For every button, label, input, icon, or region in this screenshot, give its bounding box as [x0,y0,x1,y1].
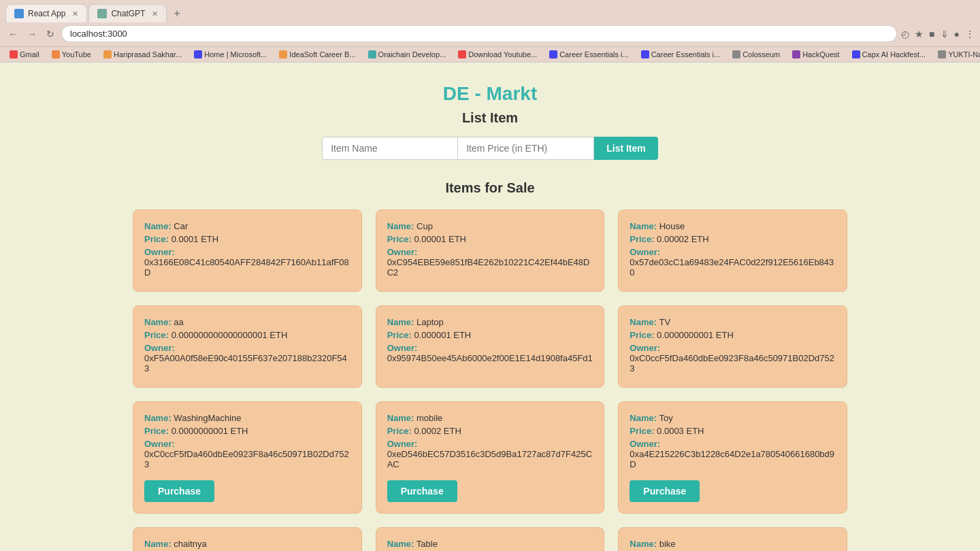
item-name-field: Name: Table [387,539,593,549]
bookmark-career2-label: Career Essentials i... [651,50,720,59]
browser-chrome: React App ✕ ChatGPT ✕ + ← → ↻ localhost:… [0,0,980,63]
bookmark-oraichain[interactable]: Oraichain Develop... [364,49,451,60]
tab-react-close[interactable]: ✕ [72,10,78,18]
item-price-label: Price: [144,234,169,244]
oraichain-favicon [368,50,376,59]
hariprasad-favicon [103,50,112,59]
item-price-label: Price: [630,234,654,244]
item-owner-label: Owner: [630,247,660,257]
item-card: Name: Table Price: 0.00001 ETH Owner:0xa… [376,527,605,551]
item-name-field: Name: Toy [630,413,836,423]
bookmark-capx-label: Capx AI Hackfest... [862,50,926,59]
list-item-form: List Item [14,137,966,160]
item-name-field: Name: TV [630,317,836,327]
bookmark-ideasoft[interactable]: IdeaSoft Career B... [275,49,359,60]
item-name-field: Name: WashingMachine [144,413,350,423]
ideasoft-favicon [279,50,287,59]
react-favicon [14,9,24,18]
reload-button[interactable]: ↻ [44,26,57,42]
bookmark-yukti[interactable]: YUKTI-National In... [934,49,980,60]
bookmark-microsoft[interactable]: Home | Microsoft... [190,49,271,60]
bookmark-download-youtube[interactable]: Download Youtube... [454,49,541,60]
item-name-label: Name: [630,317,657,327]
bookmark-hariprasad[interactable]: Hariprasad Sakhar... [99,49,186,60]
bookmark-colosseum-label: Colosseum [742,50,780,59]
item-price-field: Price: 0.0000000001 ETH [144,426,350,436]
items-grid: Name: Car Price: 0.0001 ETH Owner:0x3166… [133,210,847,551]
bookmark-gmail[interactable]: Gmail [5,49,44,60]
page-content: DE - Markt List Item List Item Items for… [0,63,980,551]
tab-react-label: React App [28,9,65,18]
bookmark-star-icon[interactable]: ★ [915,29,924,39]
item-card: Name: bike Price: 0.0001 ETH Owner:0x791… [618,527,847,551]
item-owner-field: Owner:0x57de03cC1a69483e24FAC0d22f912E56… [630,247,836,278]
menu-icon[interactable]: ⋮ [965,29,975,39]
item-name-field: Name: Car [144,221,350,231]
career2-favicon [641,50,649,59]
app-title: DE - Markt [14,83,966,105]
item-name-label: Name: [144,317,172,327]
bookmark-capx[interactable]: Capx AI Hackfest... [848,49,930,60]
bookmark-download-youtube-label: Download Youtube... [468,50,537,59]
item-name-label: Name: [630,221,657,231]
address-bar[interactable]: localhost:3000 [61,25,897,42]
purchase-button[interactable]: Purchase [387,480,457,502]
item-price-input[interactable] [458,137,594,160]
screen-cast-icon[interactable]: ◴ [901,29,909,39]
item-owner-field: Owner:0xC0ccF5fDa460dbEe0923F8a46c50971B… [144,439,350,469]
item-owner-label: Owner: [387,343,418,353]
item-price-field: Price: 0.0002 ETH [387,426,593,436]
yukti-favicon [938,50,946,59]
profile-icon[interactable]: ● [954,29,960,39]
bookmark-youtube-label: YouTube [62,50,91,59]
tab-chatgpt-close[interactable]: ✕ [152,10,158,18]
bookmark-hackquest-label: HackQuest [802,50,839,59]
item-owner-field: Owner:0x3166E08C41c80540AFF284842F7160Ab… [144,247,350,278]
item-name-label: Name: [387,221,414,231]
bookmarks-bar: Gmail YouTube Hariprasad Sakhar... Home … [0,46,980,62]
bookmark-yukti-label: YUKTI-National In... [948,50,980,59]
item-card: Name: House Price: 0.00002 ETH Owner:0x5… [618,210,847,292]
back-button[interactable]: ← [5,26,20,42]
item-price-field: Price: 0.000000000000000001 ETH [144,330,350,340]
bookmark-colosseum[interactable]: Colosseum [728,49,784,60]
bookmark-ideasoft-label: IdeaSoft Career B... [289,50,355,59]
item-price-field: Price: 0.000001 ETH [387,330,593,340]
new-tab-button[interactable]: + [168,5,185,22]
item-card: Name: WashingMachine Price: 0.0000000001… [133,401,362,514]
extensions-icon[interactable]: ■ [929,29,934,39]
item-card: Name: Laptop Price: 0.000001 ETH Owner:0… [376,305,605,388]
colosseum-favicon [732,50,740,59]
item-owner-field: Owner:0xa4E215226C3b1228c64D2e1a78054066… [630,439,836,469]
item-name-label: Name: [387,539,414,549]
item-price-field: Price: 0.0003 ETH [630,426,836,436]
item-price-label: Price: [387,426,412,436]
item-owner-label: Owner: [144,247,175,257]
list-item-button[interactable]: List Item [594,137,658,160]
bookmark-youtube[interactable]: YouTube [48,49,95,60]
item-owner-label: Owner: [387,247,418,257]
microsoft-favicon [194,50,202,59]
purchase-button[interactable]: Purchase [630,480,700,502]
item-name-input[interactable] [322,137,458,160]
bookmark-microsoft-label: Home | Microsoft... [204,50,267,59]
career1-favicon [549,50,557,59]
item-owner-field: Owner:0xeD546bEC57D3516c3D5d9Ba1727ac87d… [387,439,593,469]
download-icon[interactable]: ⇓ [941,29,949,39]
item-price-field: Price: 0.00001 ETH [387,234,593,244]
bookmark-career1-label: Career Essentials i... [559,50,628,59]
capx-favicon [852,50,860,59]
forward-button[interactable]: → [24,26,39,42]
bookmark-oraichain-label: Oraichain Develop... [378,50,446,59]
tab-chatgpt[interactable]: ChatGPT ✕ [88,4,167,22]
bookmark-career2[interactable]: Career Essentials i... [637,49,724,60]
tab-react-app[interactable]: React App ✕ [5,4,87,22]
bookmark-career1[interactable]: Career Essentials i... [545,49,632,60]
item-name-field: Name: Laptop [387,317,593,327]
bookmark-hackquest[interactable]: HackQuest [788,49,843,60]
item-card: Name: mobile Price: 0.0002 ETH Owner:0xe… [376,401,605,514]
address-bar-row: ← → ↻ localhost:3000 ◴ ★ ■ ⇓ ● ⋮ [0,22,980,46]
purchase-button[interactable]: Purchase [144,480,214,502]
tab-chatgpt-label: ChatGPT [111,9,145,18]
bookmark-gmail-label: Gmail [20,50,39,59]
